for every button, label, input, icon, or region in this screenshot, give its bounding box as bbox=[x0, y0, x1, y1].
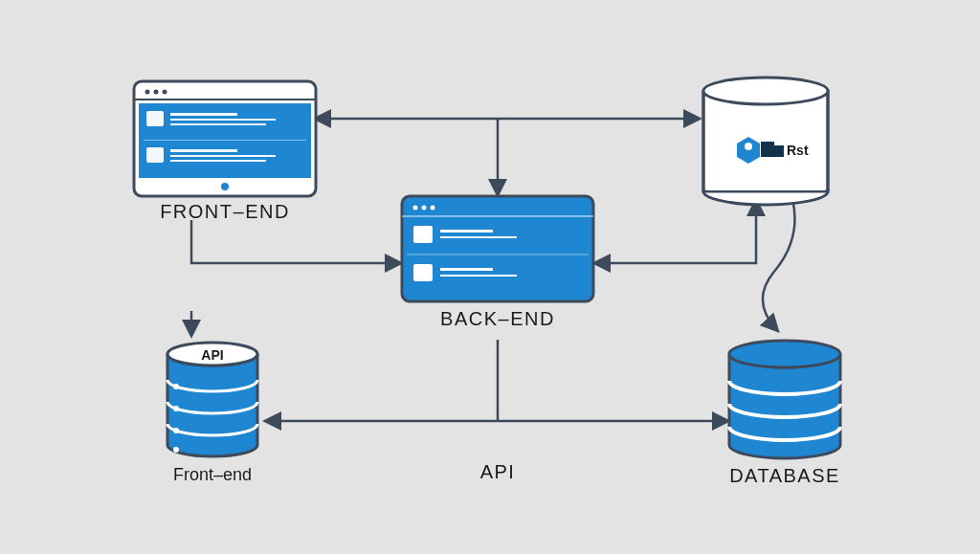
backend-node: BACK–END bbox=[402, 196, 593, 329]
svg-rect-9 bbox=[170, 123, 266, 125]
svg-point-16 bbox=[221, 183, 229, 190]
frontend-node: FRONT–END bbox=[134, 81, 316, 222]
svg-rect-17 bbox=[402, 196, 593, 301]
database-node: DATABASE bbox=[729, 341, 840, 486]
svg-rect-37 bbox=[774, 145, 784, 157]
svg-point-35 bbox=[745, 143, 752, 150]
svg-rect-26 bbox=[413, 264, 433, 281]
svg-point-43 bbox=[729, 341, 840, 367]
svg-rect-12 bbox=[170, 149, 237, 152]
rst-logo-text: Rst bbox=[787, 143, 809, 158]
svg-point-18 bbox=[413, 206, 418, 211]
connector-rst-db bbox=[763, 199, 795, 330]
svg-rect-11 bbox=[146, 147, 164, 163]
svg-rect-13 bbox=[170, 155, 276, 157]
svg-point-19 bbox=[422, 206, 427, 211]
svg-rect-8 bbox=[170, 119, 276, 121]
svg-rect-28 bbox=[440, 275, 517, 277]
svg-rect-31 bbox=[706, 92, 825, 190]
svg-rect-24 bbox=[440, 236, 517, 238]
api-badge: API bbox=[201, 347, 223, 363]
svg-point-3 bbox=[163, 90, 167, 95]
svg-rect-10 bbox=[144, 140, 306, 141]
svg-point-34 bbox=[703, 78, 828, 104]
svg-rect-23 bbox=[440, 230, 493, 233]
svg-point-40 bbox=[173, 406, 179, 411]
rst-node: Rst bbox=[703, 78, 828, 205]
svg-point-42 bbox=[173, 447, 179, 453]
svg-rect-22 bbox=[413, 226, 433, 243]
svg-rect-14 bbox=[170, 160, 266, 162]
api-bottom-label: API bbox=[480, 461, 516, 482]
svg-point-1 bbox=[145, 90, 150, 95]
svg-point-20 bbox=[431, 206, 435, 211]
svg-rect-6 bbox=[146, 111, 164, 126]
connector-rst-backend bbox=[595, 201, 756, 263]
svg-rect-27 bbox=[440, 268, 493, 271]
connector-frontend-backend bbox=[191, 220, 400, 263]
architecture-diagram: FRONT–END BACK–END Rst bbox=[0, 0, 980, 554]
svg-rect-36 bbox=[761, 142, 774, 157]
svg-rect-7 bbox=[170, 113, 237, 116]
svg-point-39 bbox=[173, 384, 179, 389]
database-label: DATABASE bbox=[729, 465, 840, 486]
frontend-label: FRONT–END bbox=[160, 201, 290, 222]
backend-label: BACK–END bbox=[440, 308, 555, 329]
svg-point-2 bbox=[154, 90, 159, 95]
api-caption: Front–end bbox=[173, 465, 252, 484]
svg-point-41 bbox=[173, 428, 179, 433]
api-node: API Front–end bbox=[167, 343, 257, 484]
